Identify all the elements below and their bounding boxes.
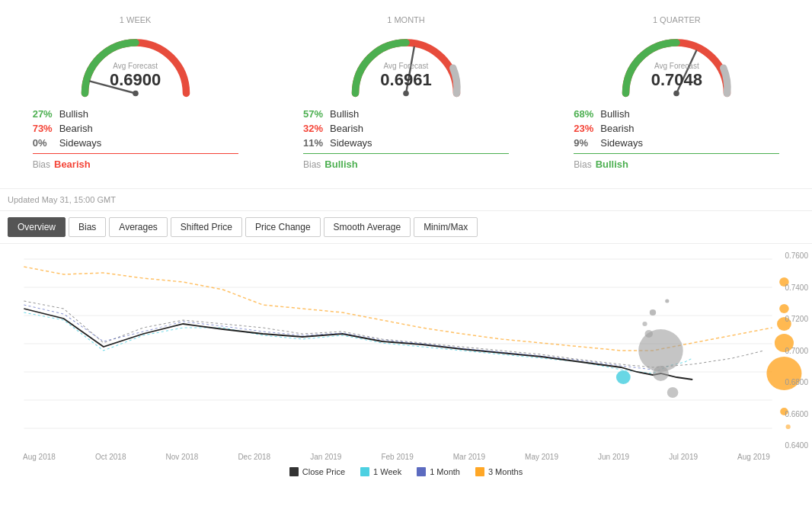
x-axis-label: Oct 2018 — [95, 453, 126, 461]
svg-point-14 — [653, 366, 669, 381]
legend-icon-3-months — [475, 467, 484, 476]
x-axis-label: Jul 2019 — [669, 453, 698, 461]
x-axis-label: Aug 2018 — [23, 453, 56, 461]
forecast-panel-quarter: 1 QUARTER Avg Forecast 0.7048 68% Bullis… — [558, 8, 794, 181]
gauge-month: Avg Forecast 0.6961 — [337, 28, 475, 101]
chart-svg — [0, 251, 812, 450]
tab-shifted-price[interactable]: Shifted Price — [171, 217, 242, 237]
x-axis-label: Jun 2019 — [598, 453, 629, 461]
svg-point-13 — [638, 329, 683, 372]
forecast-panel-week: 1 WEEK Avg Forecast 0.6900 27% Bullish — [18, 8, 254, 181]
x-axis-label: Dec 2018 — [238, 453, 270, 461]
svg-rect-30 — [417, 467, 426, 476]
legend-icon-close-price — [289, 467, 299, 476]
svg-point-17 — [642, 322, 647, 326]
svg-rect-31 — [475, 467, 484, 476]
svg-point-5 — [674, 91, 680, 97]
svg-point-15 — [667, 387, 679, 398]
forecast-title-month: 1 MONTH — [296, 15, 516, 24]
forecasts-row: 1 WEEK Avg Forecast 0.6900 27% Bullish — [0, 0, 812, 189]
legend-row: Close Price 1 Week 1 Month 3 Months — [0, 461, 812, 480]
svg-point-20 — [665, 300, 669, 303]
legend-icon-1-month — [417, 467, 426, 476]
divider-week — [33, 153, 238, 154]
tab-averages[interactable]: Averages — [109, 217, 167, 237]
forecast-title-quarter: 1 QUARTER — [566, 15, 787, 24]
legend-1-week: 1 Week — [360, 467, 401, 476]
tab-minim-max[interactable]: Minim/Max — [414, 217, 478, 237]
x-axis-label: Mar 2019 — [453, 453, 485, 461]
svg-point-3 — [403, 91, 409, 97]
x-axis-label: Jan 2019 — [310, 453, 341, 461]
divider-month — [303, 153, 509, 154]
svg-point-1 — [133, 91, 139, 97]
svg-point-27 — [786, 424, 791, 429]
svg-point-26 — [780, 408, 788, 415]
forecast-title-week: 1 WEEK — [25, 15, 246, 24]
gauge-week: Avg Forecast 0.6900 — [67, 28, 204, 101]
divider-quarter — [574, 153, 779, 154]
legend-close-price: Close Price — [289, 467, 345, 476]
svg-rect-29 — [360, 467, 369, 476]
x-axis-label: May 2019 — [525, 453, 558, 461]
svg-point-23 — [777, 317, 791, 331]
updated-text: Updated May 31, 15:00 GMT — [0, 189, 812, 211]
svg-point-22 — [775, 334, 794, 352]
tab-bias[interactable]: Bias — [69, 217, 106, 237]
x-axis: Aug 2018Oct 2018Nov 2018Dec 2018Jan 2019… — [0, 450, 812, 461]
tabs-row: OverviewBiasAveragesShifted PricePrice C… — [0, 211, 812, 244]
svg-point-16 — [645, 330, 653, 338]
forecast-panel-month: 1 MONTH Avg Forecast 0.6961 57% Bullish — [288, 8, 524, 181]
svg-point-24 — [779, 304, 789, 313]
svg-point-25 — [779, 277, 789, 287]
tab-smooth-average[interactable]: Smooth Average — [324, 217, 411, 237]
tab-price-change[interactable]: Price Change — [245, 217, 321, 237]
chart-area: 0.7600 0.7400 0.7200 0.7000 0.6800 0.660… — [0, 244, 812, 480]
svg-point-18 — [616, 370, 631, 384]
x-axis-label: Aug 2019 — [737, 453, 770, 461]
gauge-quarter: Avg Forecast 0.7048 — [608, 28, 745, 101]
legend-1-month: 1 Month — [417, 467, 460, 476]
legend-3-months: 3 Months — [475, 467, 523, 476]
x-axis-label: Feb 2019 — [381, 453, 413, 461]
x-axis-label: Nov 2018 — [166, 453, 199, 461]
legend-icon-1-week — [360, 467, 369, 476]
svg-point-19 — [650, 309, 656, 316]
svg-point-21 — [766, 357, 801, 390]
svg-rect-28 — [289, 467, 299, 476]
tab-overview[interactable]: Overview — [8, 217, 66, 237]
